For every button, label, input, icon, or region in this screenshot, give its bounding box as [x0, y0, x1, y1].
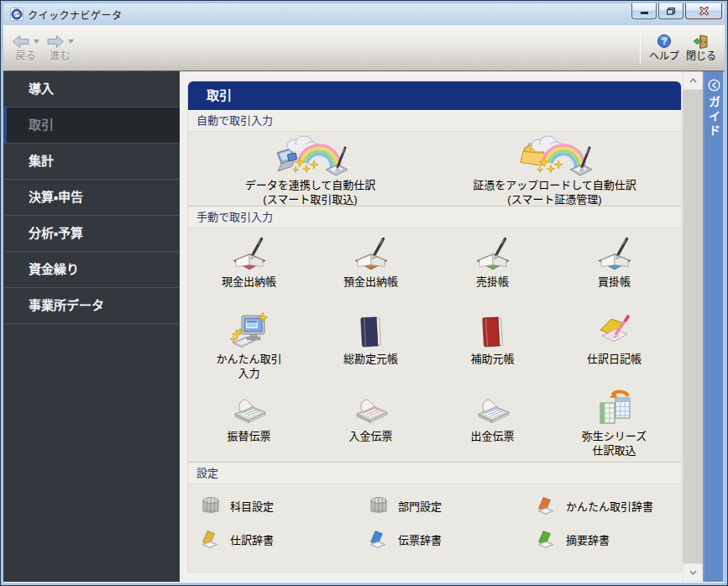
- nav-item-yayoi-series-journal-import[interactable]: 弥生シリーズ仕訳取込: [553, 385, 675, 462]
- sidebar: 導入取引集計決算・申告分析・予算資金繰り事業所データ: [3, 71, 180, 582]
- title-bar[interactable]: クイックナビゲータ: [3, 3, 725, 25]
- close-navigator-label: 閉じる: [686, 51, 716, 62]
- nav-item-slip-dictionary[interactable]: 伝票辞書: [368, 525, 536, 553]
- journal-diary-icon: [594, 310, 635, 352]
- withdrawal-slip-icon: [473, 387, 513, 429]
- toolbar: 戻る 進む ? ヘルプ 閉じる: [3, 25, 725, 71]
- back-button[interactable]: 戻る: [8, 25, 43, 71]
- general-ledger-icon: [351, 310, 391, 352]
- help-label: ヘルプ: [649, 51, 679, 62]
- transfer-slip-icon: [229, 387, 270, 429]
- nav-item-label: 補助元帳: [470, 352, 514, 366]
- back-dropdown-icon[interactable]: [34, 39, 39, 44]
- section-items: 科目設定部門設定かんたん取引辞書仕訳辞書伝票辞書摘要辞書: [188, 484, 681, 553]
- svg-text:?: ?: [662, 36, 668, 46]
- sidebar-item-cash-management[interactable]: 資金繰り: [3, 252, 180, 288]
- nav-item-label: 科目設定: [230, 498, 274, 514]
- window-title: クイックナビゲータ: [28, 8, 123, 22]
- nav-item-label: 現金出納帳: [222, 275, 276, 289]
- sidebar-filler: [3, 324, 180, 582]
- nav-item-label: 売掛帳: [476, 275, 509, 289]
- section-items: 現金出納帳預金出納帳売掛帳買掛帳かんたん取引入力総勘定元帳補助元帳仕訳日記帳振替…: [188, 228, 681, 462]
- navigator-panel: 取引 自動で取引入力 データを連携して自動仕訳(スマート取引取込)証憑をアップロ…: [188, 81, 681, 572]
- sidebar-items: 導入取引集計決算・申告分析・予算資金繰り事業所データ: [3, 71, 180, 324]
- section-items: データを連携して自動仕訳(スマート取引取込)証憑をアップロードして自動仕訳(スマ…: [188, 132, 681, 206]
- app-logo-icon: [10, 8, 24, 21]
- nav-item-label: 部門設定: [398, 498, 442, 514]
- nav-item-easy-transaction-entry[interactable]: かんたん取引入力: [188, 307, 310, 385]
- sidebar-item-settlement-filing[interactable]: 決算・申告: [3, 180, 180, 216]
- bank-book-icon: [351, 233, 391, 275]
- section-settings: 設定 科目設定部門設定かんたん取引辞書仕訳辞書伝票辞書摘要辞書: [188, 462, 681, 572]
- nav-item-label: 伝票辞書: [398, 531, 442, 547]
- sidebar-item-transactions[interactable]: 取引: [3, 107, 180, 144]
- content-region: 導入取引集計決算・申告分析・予算資金繰り事業所データ 取引 自動で取引入力 デー…: [3, 71, 725, 583]
- nav-item-department-settings[interactable]: 部門設定: [368, 491, 536, 520]
- nav-item-journal-diary[interactable]: 仕訳日記帳: [553, 307, 675, 385]
- account-settings-icon: [200, 494, 222, 516]
- sidebar-item-analysis-budget[interactable]: 分析・予算: [3, 216, 180, 252]
- easy-transaction-dictionary-icon: [536, 494, 558, 516]
- scroll-down-button[interactable]: [683, 563, 703, 582]
- nav-item-evidence-upload-auto-journal[interactable]: 証憑をアップロードして自動仕訳(スマート証憑管理): [432, 132, 677, 207]
- nav-item-payables-ledger[interactable]: 買掛帳: [553, 230, 675, 307]
- forward-button[interactable]: 進む: [43, 25, 77, 71]
- help-button[interactable]: ? ヘルプ: [646, 25, 683, 71]
- sidebar-item-aggregate[interactable]: 集計: [3, 144, 180, 180]
- nav-item-label: 証憑をアップロードして自動仕訳(スマート証憑管理): [473, 178, 636, 207]
- nav-item-bank-book[interactable]: 預金出納帳: [310, 230, 432, 307]
- receivables-ledger-icon: [473, 233, 513, 275]
- back-label: 戻る: [15, 51, 35, 62]
- help-icon: ?: [657, 34, 672, 49]
- subsidiary-ledger-icon: [473, 310, 513, 352]
- nav-item-easy-transaction-dictionary[interactable]: かんたん取引辞書: [536, 491, 681, 520]
- chevron-down-icon: [689, 570, 697, 575]
- section-auto-entry: 自動で取引入力 データを連携して自動仕訳(スマート取引取込)証憑をアップロードし…: [188, 110, 681, 206]
- nav-item-label: かんたん取引辞書: [566, 498, 653, 514]
- slip-dictionary-icon: [368, 528, 390, 550]
- nav-item-withdrawal-slip[interactable]: 出金伝票: [432, 385, 553, 462]
- scroll-up-button[interactable]: [683, 71, 703, 90]
- journal-dictionary-icon: [200, 528, 222, 550]
- evidence-upload-auto-journal-icon: [516, 134, 594, 178]
- restore-icon: [667, 8, 675, 15]
- page-title: 取引: [188, 81, 681, 110]
- close-navigator-button[interactable]: 閉じる: [683, 25, 720, 71]
- vertical-scrollbar[interactable]: [683, 71, 703, 582]
- yayoi-series-journal-import-icon: [594, 387, 635, 429]
- nav-item-label: 預金出納帳: [343, 275, 398, 289]
- toolbar-separator: [640, 32, 641, 64]
- close-window-button[interactable]: [685, 3, 722, 19]
- sidebar-item-introduction[interactable]: 導入: [3, 71, 180, 107]
- guide-tab-label: ガイド: [705, 96, 722, 139]
- guide-tab[interactable]: ガイド: [703, 71, 725, 582]
- nav-item-general-ledger[interactable]: 総勘定元帳: [310, 307, 432, 385]
- nav-item-label: 摘要辞書: [566, 531, 610, 547]
- nav-item-cash-book[interactable]: 現金出納帳: [188, 230, 310, 307]
- nav-item-label: 弥生シリーズ仕訳取込: [582, 429, 647, 458]
- nav-item-label: 仕訳辞書: [230, 531, 274, 547]
- nav-item-summary-dictionary[interactable]: 摘要辞書: [536, 525, 681, 553]
- forward-dropdown-icon[interactable]: [68, 39, 74, 44]
- app-window: クイックナビゲータ 戻る 進む: [0, 0, 728, 586]
- nav-item-label: 買掛帳: [598, 275, 631, 289]
- nav-item-transfer-slip[interactable]: 振替伝票: [188, 385, 310, 462]
- collapse-left-icon: [708, 79, 720, 92]
- nav-item-label: データを連携して自動仕訳(スマート取引取込): [245, 178, 376, 207]
- nav-item-subsidiary-ledger[interactable]: 補助元帳: [432, 307, 553, 385]
- forward-arrow-icon: [46, 34, 65, 49]
- minimize-button[interactable]: [631, 3, 657, 19]
- nav-item-account-settings[interactable]: 科目設定: [200, 491, 368, 520]
- summary-dictionary-icon: [536, 528, 558, 550]
- restore-button[interactable]: [658, 3, 683, 19]
- department-settings-icon: [368, 494, 390, 516]
- exit-door-icon: [693, 34, 709, 49]
- nav-item-data-link-auto-journal[interactable]: データを連携して自動仕訳(スマート取引取込): [188, 132, 432, 207]
- easy-transaction-entry-icon: [229, 310, 270, 352]
- chevron-up-icon: [689, 78, 697, 83]
- nav-item-deposit-slip[interactable]: 入金伝票: [310, 385, 432, 462]
- nav-item-journal-dictionary[interactable]: 仕訳辞書: [200, 525, 368, 553]
- nav-item-receivables-ledger[interactable]: 売掛帳: [432, 230, 553, 307]
- sidebar-item-office-data[interactable]: 事業所データ: [3, 288, 180, 324]
- nav-item-label: 仕訳日記帳: [587, 352, 642, 366]
